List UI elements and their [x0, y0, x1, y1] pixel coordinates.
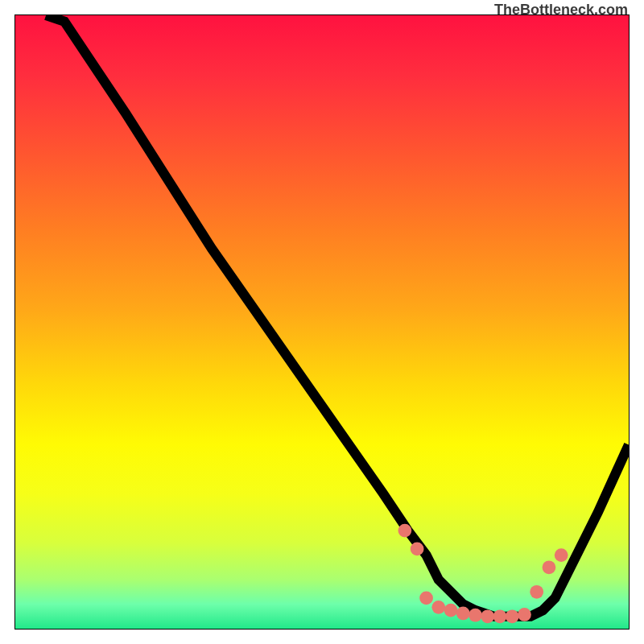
- trough-point: [493, 609, 507, 623]
- trough-point: [469, 609, 482, 622]
- trough-point: [411, 543, 424, 556]
- trough-point: [481, 609, 494, 623]
- curve-layer: [15, 15, 629, 629]
- trough-point: [398, 524, 411, 538]
- trough-point: [456, 607, 470, 621]
- trough-point: [506, 609, 519, 623]
- trough-point: [444, 604, 458, 617]
- chart-frame: [14, 14, 630, 630]
- trough-point: [555, 548, 568, 562]
- trough-point: [543, 560, 556, 574]
- trough-point: [431, 601, 445, 614]
- trough-point: [530, 585, 543, 599]
- trough-point: [518, 608, 531, 621]
- bottleneck-curve: [46, 15, 629, 617]
- trough-point: [419, 592, 433, 605]
